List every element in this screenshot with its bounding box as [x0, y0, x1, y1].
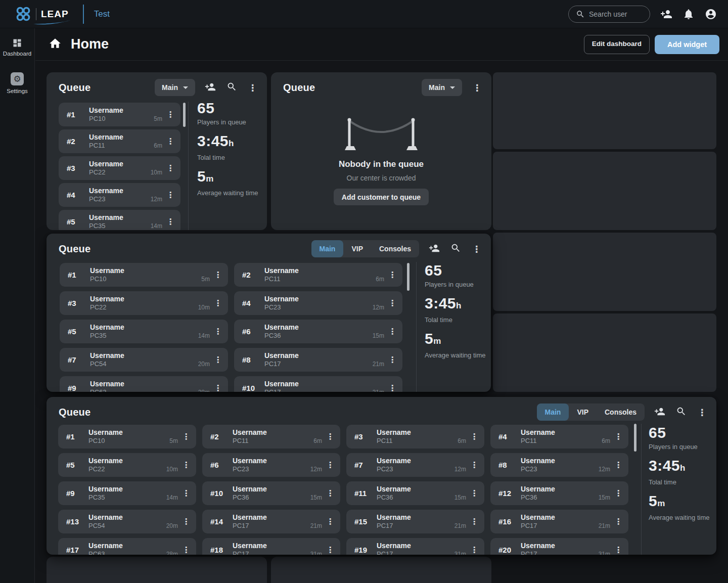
queue-item[interactable]: #3UsernamePC116m⋮ — [346, 425, 484, 449]
queue-item[interactable]: #4UsernamePC2312m⋮ — [234, 291, 402, 315]
kebab-icon[interactable]: ⋮ — [613, 488, 623, 498]
edit-dashboard-button[interactable]: Edit dashboard — [584, 35, 650, 54]
search-input[interactable] — [589, 10, 640, 18]
queue-item[interactable]: #6UsernamePC2312m⋮ — [202, 453, 340, 477]
list-scrollbar[interactable] — [407, 263, 410, 291]
kebab-icon[interactable]: ⋮ — [469, 517, 479, 526]
queue-item[interactable]: #1UsernamePC105m⋮ — [59, 103, 180, 126]
queue-item[interactable]: #13UsernamePC5420m⋮ — [58, 510, 196, 533]
kebab-icon[interactable]: ⋮ — [613, 545, 623, 555]
tab-consoles[interactable]: Consoles — [597, 403, 645, 421]
tab-vip[interactable]: VIP — [569, 403, 597, 421]
kebab-icon[interactable]: ⋮ — [165, 190, 175, 200]
kebab-icon[interactable]: ⋮ — [325, 545, 335, 555]
kebab-icon[interactable]: ⋮ — [213, 355, 223, 365]
widget-menu-button[interactable]: ⋮ — [696, 406, 708, 418]
user-search[interactable] — [568, 6, 650, 23]
kebab-icon[interactable]: ⋮ — [213, 298, 223, 308]
kebab-icon[interactable]: ⋮ — [613, 460, 623, 470]
brand-logo[interactable]: LEAP — [15, 0, 69, 28]
sidebar-item-settings[interactable]: ⚙ Settings — [0, 72, 34, 94]
kebab-icon[interactable]: ⋮ — [181, 517, 191, 526]
widget-menu-button[interactable]: ⋮ — [247, 81, 259, 94]
tab-main[interactable]: Main — [537, 403, 569, 421]
queue-item[interactable]: #6UsernamePC3615m⋮ — [234, 320, 402, 343]
kebab-icon[interactable]: ⋮ — [325, 460, 335, 470]
kebab-icon[interactable]: ⋮ — [613, 517, 623, 526]
add-user-button[interactable] — [660, 8, 672, 20]
kebab-icon[interactable]: ⋮ — [325, 517, 335, 526]
account-button[interactable] — [705, 8, 717, 20]
queue-item[interactable]: #11UsernamePC3615m⋮ — [346, 481, 484, 505]
add-customer-button[interactable] — [654, 406, 666, 418]
add-customer-button[interactable] — [204, 81, 216, 94]
widget-menu-button[interactable]: ⋮ — [471, 243, 483, 255]
queue-item[interactable]: #2UsernamePC116m⋮ — [202, 425, 340, 449]
kebab-icon[interactable]: ⋮ — [387, 355, 397, 365]
kebab-icon[interactable]: ⋮ — [165, 137, 175, 146]
sidebar-item-dashboard[interactable]: Dashboard — [0, 38, 34, 57]
queue-item[interactable]: #4UsernamePC116m⋮ — [490, 425, 628, 449]
kebab-icon[interactable]: ⋮ — [613, 432, 623, 441]
queue-item[interactable]: #4UsernamePC2312m⋮ — [59, 183, 180, 207]
queue-item[interactable]: #5UsernamePC2210m⋮ — [58, 453, 196, 477]
kebab-icon[interactable]: ⋮ — [325, 488, 335, 498]
queue-item[interactable]: #18UsernamePC1731m⋮ — [202, 538, 340, 555]
kebab-icon[interactable]: ⋮ — [165, 163, 175, 173]
kebab-icon[interactable]: ⋮ — [213, 327, 223, 336]
kebab-icon[interactable]: ⋮ — [165, 110, 175, 119]
kebab-icon[interactable]: ⋮ — [325, 432, 335, 441]
notifications-button[interactable] — [682, 8, 695, 20]
queue-item[interactable]: #3UsernamePC2210m⋮ — [59, 156, 180, 180]
add-widget-button[interactable]: Add widget — [655, 35, 719, 54]
kebab-icon[interactable]: ⋮ — [387, 327, 397, 336]
queue-item[interactable]: #1UsernamePC105m⋮ — [60, 263, 228, 287]
queue-item[interactable]: #2UsernamePC116m⋮ — [59, 129, 180, 153]
queue-item[interactable]: #8UsernamePC2312m⋮ — [490, 453, 628, 477]
kebab-icon[interactable]: ⋮ — [469, 432, 479, 441]
kebab-icon[interactable]: ⋮ — [181, 432, 191, 441]
add-customer-button[interactable] — [428, 243, 440, 255]
queue-item[interactable]: #1UsernamePC105m⋮ — [58, 425, 196, 449]
queue-item[interactable]: #7UsernamePC2312m⋮ — [346, 453, 484, 477]
queue-item[interactable]: #15UsernamePC1721m⋮ — [346, 510, 484, 533]
queue-item[interactable]: #5UsernamePC3514m⋮ — [60, 320, 228, 343]
queue-item[interactable]: #3UsernamePC2210m⋮ — [60, 291, 228, 315]
list-scrollbar[interactable] — [183, 103, 186, 127]
queue-item[interactable]: #2UsernamePC116m⋮ — [234, 263, 402, 287]
search-queue-button[interactable] — [225, 81, 238, 94]
queue-item[interactable]: #19UsernamePC1731m⋮ — [346, 538, 484, 555]
kebab-icon[interactable]: ⋮ — [387, 270, 397, 280]
queue-item[interactable]: #16UsernamePC1721m⋮ — [490, 510, 628, 533]
add-customer-to-queue-button[interactable]: Add customer to queue — [334, 189, 429, 205]
queue-item[interactable]: #9UsernamePC6328m⋮ — [60, 376, 228, 392]
kebab-icon[interactable]: ⋮ — [213, 270, 223, 280]
queue-item[interactable]: #5UsernamePC3514m⋮ — [59, 210, 180, 230]
queue-item[interactable]: #10UsernamePC1731m⋮ — [234, 376, 402, 392]
kebab-icon[interactable]: ⋮ — [165, 217, 175, 227]
tab-vip[interactable]: VIP — [343, 240, 371, 257]
queue-item[interactable]: #7UsernamePC5420m⋮ — [60, 348, 228, 372]
kebab-icon[interactable]: ⋮ — [387, 383, 397, 392]
queue-item[interactable]: #12UsernamePC3615m⋮ — [490, 481, 628, 505]
kebab-icon[interactable]: ⋮ — [213, 383, 223, 392]
queue-item[interactable]: #9UsernamePC3514m⋮ — [58, 481, 196, 505]
kebab-icon[interactable]: ⋮ — [469, 460, 479, 470]
queue-filter-dropdown[interactable]: Main — [422, 79, 462, 96]
list-scrollbar[interactable] — [634, 424, 636, 452]
queue-item[interactable]: #14UsernamePC1721m⋮ — [202, 510, 340, 533]
search-queue-button[interactable] — [675, 406, 687, 418]
queue-item[interactable]: #17UsernamePC6328m⋮ — [58, 538, 196, 555]
kebab-icon[interactable]: ⋮ — [181, 545, 191, 555]
kebab-icon[interactable]: ⋮ — [181, 488, 191, 498]
queue-item[interactable]: #20UsernamePC1731m⋮ — [490, 538, 628, 555]
kebab-icon[interactable]: ⋮ — [469, 488, 479, 498]
kebab-icon[interactable]: ⋮ — [469, 545, 479, 555]
kebab-icon[interactable]: ⋮ — [387, 298, 397, 308]
search-queue-button[interactable] — [449, 243, 462, 255]
kebab-icon[interactable]: ⋮ — [181, 460, 191, 470]
tab-main[interactable]: Main — [311, 240, 344, 257]
widget-menu-button[interactable]: ⋮ — [471, 81, 483, 94]
queue-filter-dropdown[interactable]: Main — [155, 79, 195, 96]
queue-item[interactable]: #8UsernamePC1721m⋮ — [234, 348, 402, 372]
